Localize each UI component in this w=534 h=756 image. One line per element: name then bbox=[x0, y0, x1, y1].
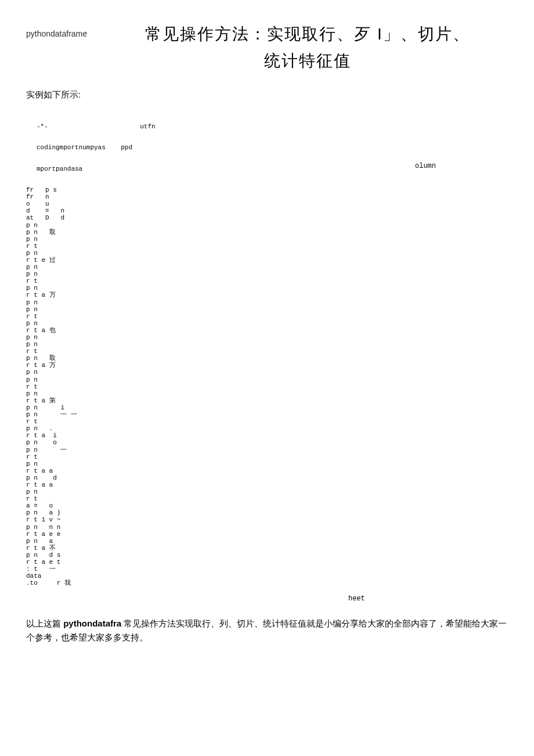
category-label: pythondataframe bbox=[26, 23, 107, 38]
code-line-3: mportpandasa bbox=[37, 165, 508, 172]
article-header: pythondataframe 常见操作方法：实现取行、歹 I」、切片、 统计特… bbox=[26, 23, 508, 72]
footer-bold: pythondatafra bbox=[63, 618, 121, 628]
title-line-1: 常见操作方法：实现取行、歹 I」、切片、 bbox=[107, 23, 508, 45]
code-line-2: codingmportnumpyas ppd bbox=[37, 144, 508, 151]
footer-paragraph: 以上这篇 pythondatafra 常见操作方法实现取行、列、切片、统计特征值… bbox=[26, 617, 508, 645]
footer-prefix: 以上这篇 bbox=[26, 618, 63, 628]
float-text-olumn: olumn bbox=[415, 163, 436, 170]
code-block: -*- utfn codingmportnumpyas ppd mportpan… bbox=[26, 109, 508, 608]
code-line-1: -*- utfn bbox=[37, 123, 508, 130]
intro-text: 实例如下所示: bbox=[26, 89, 508, 100]
title-line-2: 统计特征值 bbox=[107, 50, 508, 72]
code-rest: fr p s fr n o u d = n at D d p n p n 取 p… bbox=[26, 186, 508, 586]
float-text-heet: heet bbox=[348, 595, 365, 603]
title-block: 常见操作方法：实现取行、歹 I」、切片、 统计特征值 bbox=[107, 23, 508, 72]
